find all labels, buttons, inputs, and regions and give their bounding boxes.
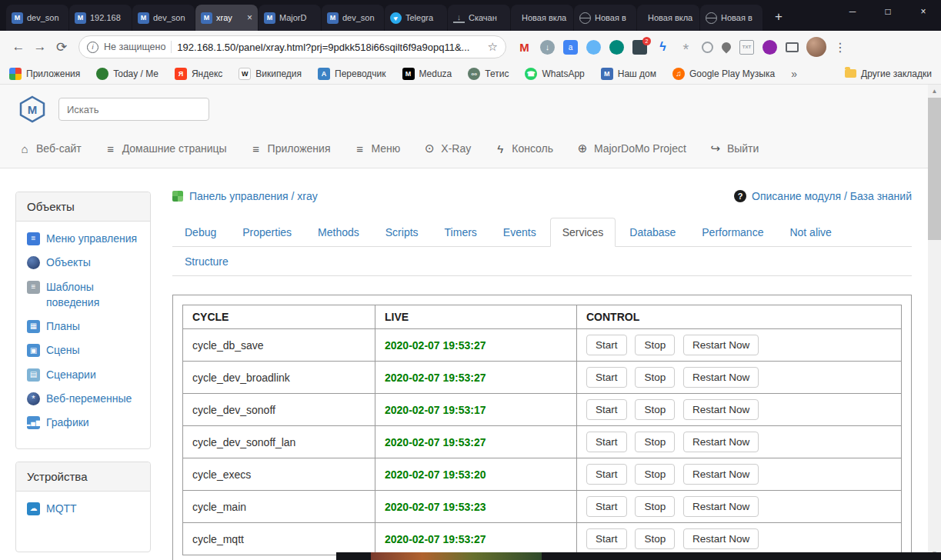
- back-button[interactable]: ←: [8, 39, 29, 55]
- url-text[interactable]: 192.168.1.50/panel/xray.html?prj=9pdkk51…: [177, 42, 482, 53]
- restart-now-button[interactable]: Restart Now: [683, 464, 759, 485]
- forward-button[interactable]: →: [29, 39, 51, 55]
- breadcrumb[interactable]: Панель управления / xray: [172, 190, 318, 202]
- blue-square-extension-icon[interactable]: [563, 40, 578, 55]
- nav-applications[interactable]: ≡Приложения: [250, 142, 331, 155]
- sidebar-item-web-variables[interactable]: Веб-переменные: [27, 391, 139, 406]
- bookmark-wikipedia[interactable]: Википедия: [239, 68, 302, 80]
- minimize-button[interactable]: ─: [835, 0, 870, 23]
- sidebar-item-plans[interactable]: Планы: [27, 318, 139, 334]
- other-bookmarks[interactable]: Другие закладки: [845, 68, 932, 79]
- bookmark-whatsapp[interactable]: WhatsApp: [525, 68, 584, 80]
- circle-extension-icon[interactable]: [702, 42, 713, 53]
- new-tab-button[interactable]: +: [769, 7, 789, 27]
- bookmark-meduza[interactable]: Meduza: [402, 68, 452, 80]
- browser-tab[interactable]: MajorD: [259, 5, 321, 31]
- nav-home-pages[interactable]: ≡Домашние страницы: [105, 142, 227, 155]
- tab-not-alive[interactable]: Not alive: [777, 218, 843, 247]
- nav-website[interactable]: ⌂Веб-сайт: [18, 142, 82, 155]
- start-button[interactable]: Start: [586, 432, 627, 452]
- stop-button[interactable]: Stop: [635, 335, 675, 355]
- cast-icon[interactable]: [786, 42, 799, 52]
- asterisk-extension-icon[interactable]: [679, 40, 693, 55]
- profile-avatar[interactable]: [806, 37, 826, 57]
- nav-majordomo-project[interactable]: ⊕MajorDoMo Project: [576, 142, 686, 155]
- maximize-button[interactable]: □: [870, 0, 906, 23]
- restart-now-button[interactable]: Restart Now: [683, 335, 759, 355]
- tab-services[interactable]: Services: [550, 218, 616, 247]
- module-help-links[interactable]: ?Описание модуля / База знаний: [734, 190, 912, 202]
- browser-tab[interactable]: 192.168: [69, 5, 132, 31]
- purple-circle-extension-icon[interactable]: [762, 40, 777, 55]
- browser-tab[interactable]: Новая вкла: [511, 5, 573, 31]
- browser-tab[interactable]: Новая в: [700, 5, 762, 31]
- start-button[interactable]: Start: [586, 464, 627, 485]
- gmail-icon[interactable]: [517, 40, 532, 55]
- bookmarks-overflow-chevron[interactable]: »: [791, 68, 797, 80]
- browser-tab[interactable]: dev_son: [132, 5, 195, 31]
- bookmark-google-play-music[interactable]: Google Play Музыка: [672, 68, 775, 80]
- start-button[interactable]: Start: [586, 496, 627, 517]
- browser-tab[interactable]: Telegra: [385, 5, 447, 31]
- teal-circle-extension-icon[interactable]: [609, 40, 624, 55]
- reload-button[interactable]: ⟳: [51, 39, 72, 55]
- tab-properties[interactable]: Properties: [230, 218, 304, 247]
- site-info-icon[interactable]: i: [87, 42, 98, 53]
- tab-scripts[interactable]: Scripts: [373, 218, 431, 247]
- sidebar-item-control-menu[interactable]: Меню управления: [27, 231, 139, 246]
- sidebar-item-behavior-templates[interactable]: Шаблоны поведения: [27, 279, 139, 311]
- browser-tab[interactable]: Скачан: [448, 5, 510, 31]
- restart-now-button[interactable]: Restart Now: [683, 399, 759, 420]
- sidebar-item-objects[interactable]: Объекты: [27, 255, 139, 270]
- scroll-up-icon[interactable]: [928, 85, 941, 98]
- bookmark-tetis[interactable]: Тетис: [468, 68, 509, 80]
- restart-now-button[interactable]: Restart Now: [683, 432, 759, 452]
- location-pin-icon[interactable]: [720, 41, 733, 54]
- download-extension-icon[interactable]: [540, 40, 555, 55]
- start-button[interactable]: Start: [586, 399, 627, 420]
- stop-button[interactable]: Stop: [635, 399, 675, 420]
- tab-structure[interactable]: Structure: [172, 247, 241, 276]
- restart-now-button[interactable]: Restart Now: [683, 528, 759, 549]
- tab-debug[interactable]: Debug: [172, 218, 229, 247]
- nav-logout[interactable]: ↪Выйти: [709, 142, 759, 155]
- close-tab-icon[interactable]: ×: [245, 12, 252, 23]
- restart-now-button[interactable]: Restart Now: [683, 496, 759, 517]
- stop-button[interactable]: Stop: [635, 367, 675, 388]
- browser-tab[interactable]: Новая вкла: [637, 5, 699, 31]
- screenshot-extension-icon[interactable]: 2: [632, 40, 647, 55]
- address-bar[interactable]: i Не защищено 192.168.1.50/panel/xray.ht…: [78, 35, 506, 58]
- browser-tab-active[interactable]: xray×: [195, 5, 258, 31]
- search-input[interactable]: [58, 98, 209, 121]
- browser-tab[interactable]: dev_son: [322, 5, 384, 31]
- stop-button[interactable]: Stop: [635, 432, 675, 452]
- start-button[interactable]: Start: [586, 335, 627, 355]
- lightning-extension-icon[interactable]: [656, 40, 670, 55]
- stop-button[interactable]: Stop: [635, 464, 675, 485]
- bookmark-nash-dom[interactable]: Наш дом: [601, 68, 656, 80]
- bookmark-yandex[interactable]: Яндекс: [175, 68, 222, 80]
- tab-timers[interactable]: Timers: [432, 218, 489, 247]
- stop-button[interactable]: Stop: [635, 528, 675, 549]
- bookmark-star-icon[interactable]: ☆: [488, 40, 498, 54]
- sidebar-item-scenarios[interactable]: Сценарии: [27, 367, 139, 382]
- start-button[interactable]: Start: [586, 367, 627, 388]
- bookmark-apps[interactable]: Приложения: [9, 68, 80, 80]
- tab-performance[interactable]: Performance: [689, 218, 776, 247]
- sidebar-item-mqtt[interactable]: MQTT: [27, 501, 139, 516]
- sidebar-item-charts[interactable]: Графики: [27, 415, 139, 430]
- scrollbar-thumb[interactable]: [928, 98, 941, 240]
- page-scrollbar[interactable]: [928, 85, 941, 560]
- chat-extension-icon[interactable]: [586, 40, 601, 55]
- close-window-button[interactable]: ×: [906, 0, 941, 23]
- nav-console[interactable]: ϟКонсоль: [494, 142, 553, 155]
- tab-events[interactable]: Events: [491, 218, 549, 247]
- nav-xray[interactable]: ⊙X-Ray: [423, 142, 471, 155]
- browser-tab[interactable]: dev_son: [6, 5, 68, 31]
- browser-menu-icon[interactable]: ⋮: [834, 40, 846, 55]
- bookmark-translate[interactable]: Переводчик: [318, 68, 386, 80]
- sidebar-item-scenes[interactable]: Сцены: [27, 342, 139, 358]
- stop-button[interactable]: Stop: [635, 496, 675, 517]
- start-button[interactable]: Start: [586, 528, 627, 549]
- bookmark-today-me[interactable]: Today / Me: [96, 68, 159, 80]
